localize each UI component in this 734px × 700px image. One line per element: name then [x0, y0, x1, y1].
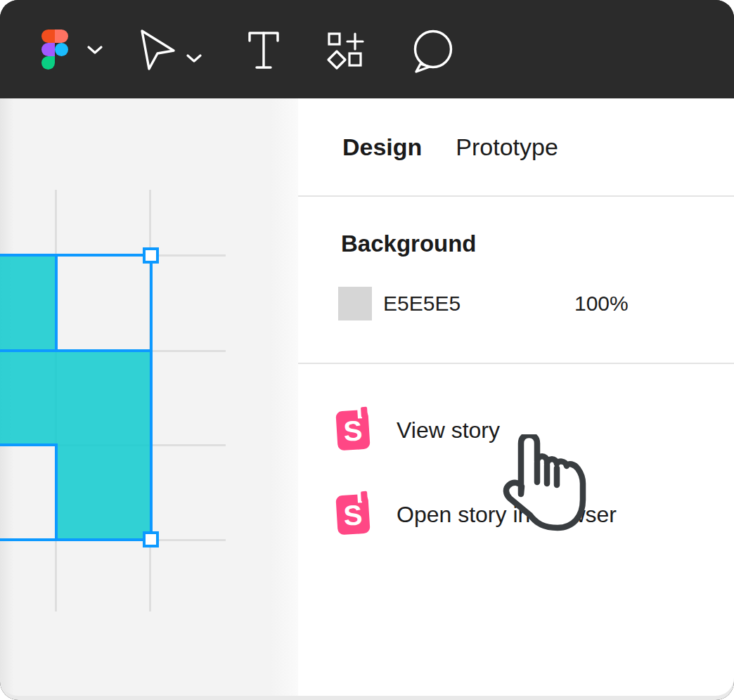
canvas[interactable] — [0, 98, 298, 696]
properties-panel: Design Prototype Background E5E5E5 100% … — [298, 98, 734, 696]
open-story-action[interactable]: S Open story in browser — [298, 493, 734, 536]
comment-tool-button[interactable] — [411, 30, 455, 73]
selection-outline — [55, 254, 58, 352]
tab-design[interactable]: Design — [342, 134, 422, 161]
tab-prototype[interactable]: Prototype — [456, 134, 558, 161]
storybook-icon: S — [335, 494, 370, 536]
view-story-label: View story — [397, 417, 500, 443]
color-swatch[interactable] — [338, 287, 372, 320]
panel-divider — [298, 363, 734, 364]
chevron-down-icon — [86, 44, 103, 56]
text-tool-button[interactable] — [247, 31, 280, 70]
figma-menu-button[interactable] — [41, 30, 103, 70]
move-tool-button[interactable] — [139, 29, 202, 71]
selected-shape-cell[interactable] — [0, 351, 151, 445]
selection-outline — [0, 349, 153, 352]
panel-tabs: Design Prototype — [298, 98, 734, 195]
selection-outline — [0, 443, 58, 446]
background-color-row[interactable]: E5E5E5 100% — [298, 284, 734, 323]
selection-handle[interactable] — [143, 247, 159, 264]
figma-window: Design Prototype Background E5E5E5 100% … — [0, 0, 734, 700]
selection-outline — [0, 538, 153, 541]
background-section-title: Background — [341, 231, 477, 257]
storybook-icon: S — [335, 410, 370, 451]
comment-bubble-icon — [411, 30, 455, 73]
color-hex-value[interactable]: E5E5E5 — [383, 292, 461, 316]
components-tool-button[interactable] — [326, 31, 366, 70]
selected-shape-cell[interactable] — [56, 445, 151, 540]
text-t-icon — [247, 31, 280, 70]
view-story-action[interactable]: S View story — [298, 409, 734, 451]
selected-shape-cell[interactable] — [0, 255, 56, 351]
toolbar — [0, 0, 734, 98]
panel-divider — [298, 195, 734, 197]
cursor-icon — [139, 29, 176, 71]
main-area: Design Prototype Background E5E5E5 100% … — [0, 98, 734, 700]
open-story-label: Open story in browser — [397, 502, 617, 528]
selection-outline — [150, 254, 153, 541]
selection-outline — [55, 443, 58, 541]
components-shapes-icon — [326, 31, 366, 70]
chevron-down-icon — [186, 53, 202, 64]
selection-outline — [0, 254, 153, 257]
figma-logo-icon — [41, 30, 68, 70]
selection-handle[interactable] — [143, 531, 159, 547]
opacity-value[interactable]: 100% — [574, 292, 629, 316]
